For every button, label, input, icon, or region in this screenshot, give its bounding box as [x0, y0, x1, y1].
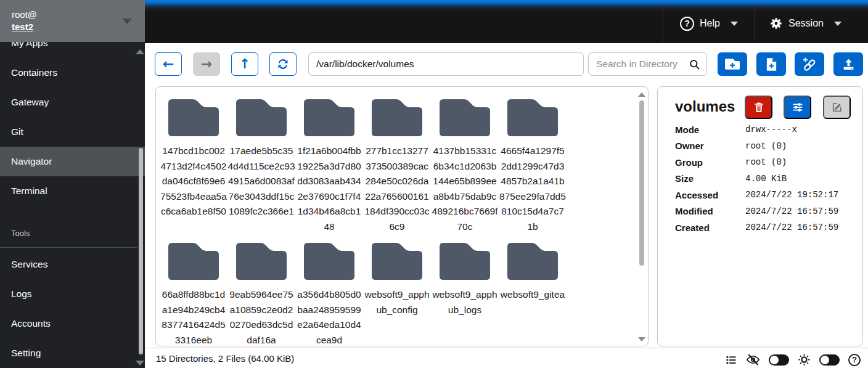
file-listing-panel: 147bcd1bc0024713d2f4c4502da046cf8f69e675… [155, 86, 649, 346]
back-button[interactable]: ← [155, 52, 182, 76]
folder-icon [507, 99, 558, 136]
detail-value: drwx-----x [745, 125, 797, 134]
gear-icon [769, 17, 783, 30]
refresh-button[interactable] [269, 52, 297, 76]
new-link-button[interactable] [795, 52, 824, 76]
file-list-scrollbar[interactable] [639, 100, 644, 266]
detail-label: Mode [675, 125, 745, 135]
sidebar: My Apps Containers Gateway Git Navigator… [0, 0, 145, 368]
sidebar-item-label: Containers [11, 67, 57, 78]
detail-label: Modified [675, 206, 745, 216]
detail-row: Accessed2024/7/22 19:52:17 [675, 187, 838, 203]
sidebar-scrollbar[interactable] [139, 148, 143, 354]
session-label: Session [788, 18, 824, 29]
sidebar-item-navigator[interactable]: Navigator [0, 147, 145, 176]
arrow-left-icon: ← [163, 57, 174, 71]
sidebar-item-label: Setting [11, 348, 41, 359]
folder-item[interactable]: websoft9_gitea [499, 243, 567, 303]
path-input[interactable] [308, 52, 584, 76]
folder-item[interactable]: 66a8ffd88bc1da1e94b249cb48377416424d5331… [160, 243, 227, 346]
chevron-down-icon [834, 22, 841, 26]
sidebar-item-label: Logs [11, 288, 32, 300]
user-menu[interactable]: root@ test2 [0, 0, 145, 42]
folder-name: 1f21a6b004fbb19225a3d7d80dd3083aab4342e3… [295, 144, 363, 234]
folder-name: a356d4b805d0baa248959599e2a64eda10d4cea9… [295, 287, 363, 346]
forward-button[interactable]: → [193, 52, 220, 76]
scroll-up-icon[interactable] [638, 92, 645, 97]
detail-row: Created2024/7/22 16:57:59 [675, 219, 838, 236]
folder-item[interactable]: websoft9_apphub_config [363, 243, 431, 317]
footer-help-icon[interactable]: ? [848, 354, 861, 366]
file-plus-icon [766, 58, 777, 71]
details-title: volumes [675, 98, 735, 115]
folder-item[interactable]: 17aede5b5c354d4d115ce2c934915a6d0083af76… [227, 99, 295, 219]
delete-button[interactable] [745, 96, 772, 119]
sidebar-item-label: Gateway [11, 97, 49, 108]
help-label: Help [700, 18, 720, 29]
folder-name: 17aede5b5c354d4d115ce2c934915a6d0083af76… [227, 144, 295, 219]
folder-item[interactable]: a356d4b805d0baa248959599e2a64eda10d4cea9… [295, 243, 363, 346]
upload-button[interactable] [833, 52, 863, 76]
session-menu[interactable]: Session [769, 4, 841, 43]
detail-row: Size4.00 KiB [675, 171, 838, 187]
folder-icon [304, 243, 354, 280]
sidebar-scroll-up-icon[interactable] [136, 49, 144, 54]
permissions-button[interactable] [784, 96, 811, 119]
edit-icon [831, 101, 843, 113]
help-menu[interactable]: ? Help [680, 4, 738, 43]
folder-item[interactable]: 277b1cc13277373500389cac284e50c026da22a7… [363, 99, 431, 234]
search-input[interactable] [596, 59, 689, 70]
sidebar-item-logs[interactable]: Logs [0, 279, 145, 309]
folder-name: 66a8ffd88bc1da1e94b249cb48377416424d5331… [160, 287, 227, 346]
link-plus-icon [802, 57, 817, 72]
folder-item[interactable]: 4137bb15331c6b34c1d2063b144e65b899eea8b4… [431, 99, 499, 234]
status-bar: 15 Directories, 2 Files (64.00 KiB) [145, 348, 868, 368]
folder-item[interactable]: websoft9_apphub_logs [431, 243, 499, 317]
new-file-button[interactable] [756, 52, 786, 76]
new-folder-button[interactable] [718, 52, 747, 76]
detail-row: Ownerroot (0) [675, 138, 838, 155]
folder-item[interactable]: 9eab5964ee75a10859c2e0d20270ed63dc5ddaf1… [227, 243, 295, 346]
folder-item[interactable]: 147bcd1bc0024713d2f4c4502da046cf8f69e675… [160, 99, 227, 219]
folder-name: 9eab5964ee75a10859c2e0d20270ed63dc5ddaf1… [227, 287, 295, 346]
folder-icon [236, 243, 287, 280]
folder-name: websoft9_apphub_logs [431, 287, 499, 317]
hidden-files-toggle[interactable] [769, 354, 789, 366]
up-button[interactable]: ↑ [231, 52, 258, 76]
masthead-divider [663, 4, 663, 43]
list-view-icon[interactable] [725, 354, 737, 366]
detail-label: Owner [675, 141, 745, 151]
sidebar-item-label: Navigator [11, 156, 52, 167]
masthead: ? Help Session [145, 0, 868, 43]
theme-toggle[interactable] [819, 354, 840, 366]
toggle-knob [770, 356, 779, 364]
detail-value: 2024/7/22 16:57:59 [745, 206, 838, 216]
sidebar-item-label: Git [11, 126, 23, 137]
rename-button[interactable] [823, 96, 851, 119]
sidebar-item-setting[interactable]: Setting [0, 338, 145, 368]
folder-icon [372, 99, 422, 136]
scroll-down-icon[interactable] [638, 337, 645, 341]
sidebar-item-terminal[interactable]: Terminal [0, 176, 145, 206]
folder-icon [507, 243, 558, 280]
sidebar-item-git[interactable]: Git [0, 117, 145, 147]
folder-name: websoft9_gitea [499, 287, 567, 303]
sidebar-item-containers[interactable]: Containers [0, 58, 145, 88]
detail-value: root (0) [745, 157, 787, 167]
detail-label: Accessed [675, 190, 745, 200]
detail-label: Size [675, 173, 745, 184]
sidebar-item-accounts[interactable]: Accounts [0, 309, 145, 338]
folder-name: websoft9_apphub_config [363, 287, 431, 317]
details-rows: Modedrwx-----x Ownerroot (0) Grouproot (… [675, 121, 838, 236]
directory-summary: 15 Directories, 2 Files (64.00 KiB) [156, 353, 294, 364]
detail-value: root (0) [745, 141, 787, 151]
folder-item[interactable]: 4665f4a1297f52dd1299c47d34857b2a1a41b875… [499, 99, 567, 234]
sidebar-nav: My Apps Containers Gateway Git Navigator… [0, 28, 145, 206]
sidebar-item-gateway[interactable]: Gateway [0, 88, 145, 117]
footer-controls: ? [725, 353, 861, 367]
detail-value: 2024/7/22 16:57:59 [745, 223, 838, 232]
detail-value: 2024/7/22 19:52:17 [745, 190, 838, 200]
sidebar-scroll-down-icon[interactable] [136, 361, 144, 366]
folder-item[interactable]: 1f21a6b004fbb19225a3d7d80dd3083aab4342e3… [295, 99, 363, 234]
sidebar-item-services[interactable]: Services [0, 250, 145, 279]
